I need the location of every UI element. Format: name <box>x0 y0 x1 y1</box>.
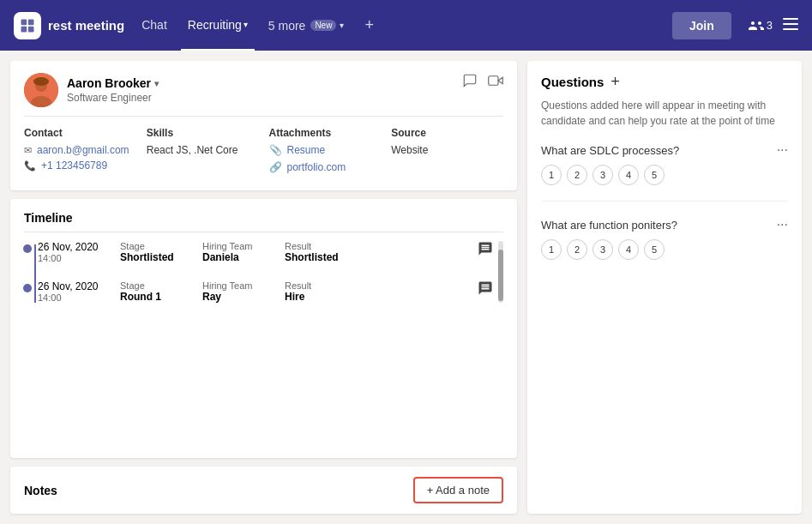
team-value-1: Daniela <box>202 251 271 263</box>
svg-rect-3 <box>28 26 34 32</box>
questions-subtitle: Questions added here will appear in meet… <box>541 98 788 129</box>
result-value-1: Shortlisted <box>285 251 353 263</box>
svg-rect-5 <box>783 23 798 25</box>
phone-row: 📞 +1 123456789 <box>24 160 136 172</box>
timeline-date-1: 26 Nov, 2020 14:00 <box>38 241 106 263</box>
team-col-1: Hiring Team Daniela <box>202 241 271 263</box>
stage-value-1: Shortlisted <box>120 251 189 263</box>
question-row-1: What are SDLC processes? ··· <box>541 142 788 158</box>
video-icon[interactable] <box>488 73 503 92</box>
chevron-down-icon-more: ▾ <box>340 21 344 30</box>
email-text: aaron.b@gmail.com <box>37 144 129 156</box>
question-more-icon-1[interactable]: ··· <box>777 142 788 158</box>
questions-header: Questions + <box>541 73 788 91</box>
question-text-1: What are SDLC processes? <box>541 144 679 157</box>
attachment-resume[interactable]: 📎 Resume <box>269 144 382 156</box>
svg-rect-2 <box>21 26 27 32</box>
rating-1-5[interactable]: 5 <box>644 165 665 185</box>
scrollbar-thumb[interactable] <box>498 250 503 301</box>
rating-row-1: 1 2 3 4 5 <box>541 165 788 185</box>
team-col-2: Hiring Team Ray <box>202 280 271 303</box>
time-text-2: 14:00 <box>38 292 106 303</box>
stage-label-2: Stage <box>120 280 189 291</box>
chevron-down-icon[interactable]: ▾ <box>154 79 159 88</box>
menu-icon[interactable] <box>783 18 798 33</box>
notes-card: Notes + Add a note <box>10 467 517 514</box>
join-button[interactable]: Join <box>672 12 731 39</box>
date-text-2: 26 Nov, 2020 <box>38 280 106 292</box>
rating-2-5[interactable]: 5 <box>644 239 665 260</box>
svg-marker-11 <box>498 77 502 84</box>
notes-title: Notes <box>24 484 57 497</box>
tab-more[interactable]: 5 more New ▾ <box>262 0 352 51</box>
attachment-resume-text: Resume <box>287 144 326 156</box>
source-section: Source Website <box>391 127 503 178</box>
team-value-2: Ray <box>202 291 271 303</box>
result-value-2: Hire <box>285 291 353 303</box>
skills-text: React JS, .Net Core <box>147 144 259 156</box>
rating-1-2[interactable]: 2 <box>567 165 587 185</box>
question-text-2: What are function poniters? <box>541 219 677 232</box>
result-label-2: Result <box>285 280 353 291</box>
timeline-card: Timeline 26 Nov, 2020 14:00 Stage Shortl… <box>10 199 517 458</box>
add-tab-button[interactable]: + <box>358 13 381 38</box>
meeting-title: rest meeting <box>48 18 124 33</box>
skills-label: Skills <box>147 127 259 139</box>
result-label-1: Result <box>285 241 353 251</box>
timeline-detail-icon-2[interactable] <box>478 280 493 299</box>
participants-icon[interactable]: 3 <box>749 19 773 32</box>
question-more-icon-2[interactable]: ··· <box>777 217 788 232</box>
svg-rect-0 <box>21 19 27 25</box>
left-panel: Aaron Brooker ▾ Software Engineer <box>10 61 517 514</box>
avatar <box>24 73 58 107</box>
result-col-2: Result Hire <box>285 280 353 303</box>
tab-recruiting[interactable]: Recruiting ▾ <box>181 0 255 51</box>
rating-2-4[interactable]: 4 <box>618 239 639 260</box>
candidate-role: Software Engineer <box>67 92 503 104</box>
rating-2-2[interactable]: 2 <box>567 239 587 260</box>
timeline-dot <box>23 244 32 253</box>
stage-col-1: Stage Shortlisted <box>120 241 189 263</box>
rating-1-3[interactable]: 3 <box>592 165 613 185</box>
question-item-1: What are SDLC processes? ··· 1 2 3 4 5 <box>541 142 788 202</box>
participant-count: 3 <box>767 19 773 32</box>
questions-title: Questions <box>541 75 604 89</box>
team-label-1: Hiring Team <box>202 241 271 251</box>
link-icon: 🔗 <box>269 161 282 173</box>
timeline-entry-2: 26 Nov, 2020 14:00 Stage Round 1 Hiring … <box>24 280 493 303</box>
chevron-down-icon: ▾ <box>244 20 248 29</box>
timeline-scroll-container: 26 Nov, 2020 14:00 Stage Shortlisted Hir… <box>24 241 503 303</box>
rating-1-4[interactable]: 4 <box>618 165 639 185</box>
email-icon: ✉ <box>24 145 32 156</box>
rating-2-1[interactable]: 1 <box>541 239 562 260</box>
candidate-header: Aaron Brooker ▾ Software Engineer <box>24 73 503 117</box>
svg-point-10 <box>33 77 49 86</box>
attachments-section: Attachments 📎 Resume 🔗 portfolio.com <box>269 127 382 178</box>
timeline-entry: 26 Nov, 2020 14:00 Stage Shortlisted Hir… <box>24 241 493 263</box>
contact-label: Contact <box>24 127 136 139</box>
phone-text: +1 123456789 <box>41 160 107 172</box>
result-col-1: Result Shortlisted <box>285 241 353 263</box>
rating-1-1[interactable]: 1 <box>541 165 562 185</box>
rating-2-3[interactable]: 3 <box>592 239 613 260</box>
add-question-button[interactable]: + <box>611 73 620 91</box>
timeline-dot-2 <box>23 284 32 292</box>
timeline-title: Timeline <box>24 211 503 232</box>
candidate-card: Aaron Brooker ▾ Software Engineer <box>10 61 517 190</box>
question-item-2: What are function poniters? ··· 1 2 3 4 … <box>541 217 788 275</box>
top-bar: rest meeting Chat Recruiting ▾ 5 more Ne… <box>0 0 812 51</box>
add-note-button[interactable]: + Add a note <box>413 477 503 503</box>
timeline-detail-icon-1[interactable] <box>478 241 493 260</box>
svg-rect-6 <box>783 28 798 30</box>
phone-icon: 📞 <box>24 160 36 172</box>
chat-icon[interactable] <box>462 73 478 92</box>
attachments-label: Attachments <box>269 127 382 139</box>
tab-chat[interactable]: Chat <box>135 0 174 51</box>
source-label: Source <box>391 127 503 139</box>
svg-rect-1 <box>28 19 34 25</box>
candidate-name-area: Aaron Brooker ▾ Software Engineer <box>67 76 503 104</box>
clip-icon: 📎 <box>269 144 282 156</box>
main-content: Aaron Brooker ▾ Software Engineer <box>0 51 812 524</box>
question-row-2: What are function poniters? ··· <box>541 217 788 232</box>
attachment-portfolio[interactable]: 🔗 portfolio.com <box>269 161 382 173</box>
